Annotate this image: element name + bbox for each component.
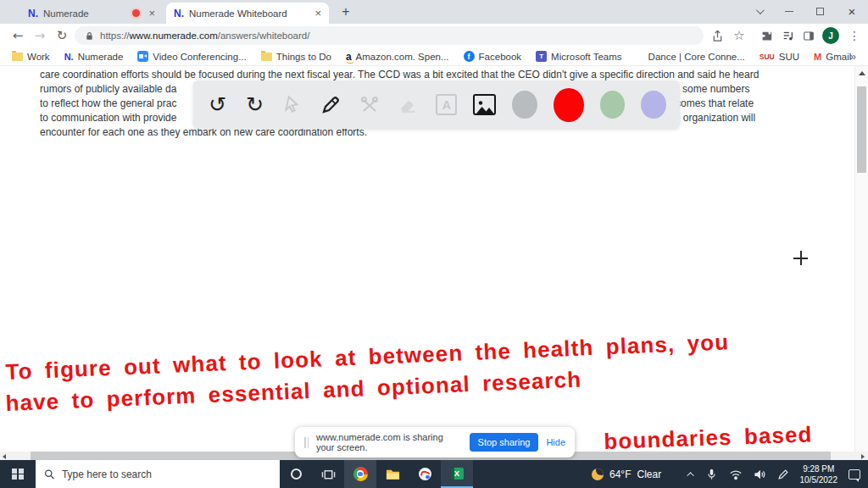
file-explorer-icon [386,469,400,480]
start-button[interactable] [0,460,36,488]
image-tool-button[interactable] [473,93,496,117]
document-line: care coordination efforts should be focu… [40,69,759,80]
action-center-icon[interactable] [849,469,860,480]
windows-ink-pen-icon[interactable] [777,469,789,480]
bookmark-video-conferencing[interactable]: Video Conferencing... [137,51,246,62]
color-swatch-purple[interactable] [641,91,666,119]
new-tab-button[interactable]: + [337,3,354,20]
search-input[interactable] [62,469,271,480]
window-close-button[interactable]: × [837,0,866,22]
handwritten-annotation-partial: boundaries based [604,421,813,455]
extension-playlist-button[interactable] [780,28,797,43]
address-bar[interactable]: https://www.numerade.com/answers/whitebo… [75,26,704,45]
browser-menu-button[interactable]: ⋮ [846,28,863,43]
text-tool-button[interactable]: A [436,93,457,117]
crosshair-cursor [793,251,808,265]
color-swatch-red[interactable] [554,88,584,122]
search-icon [44,469,55,480]
reload-button[interactable]: ↻ [53,26,71,45]
taskbar-cortana-button[interactable] [280,460,312,488]
bookmark-star-button[interactable]: ☆ [731,28,748,43]
bookmark-label: Video Conferencing... [153,52,246,62]
desktop: { "browser": { "glyphs": { "close": "×",… [0,0,868,488]
taskbar-clock[interactable]: 9:28 PM 10/5/2022 [800,463,838,485]
bookmark-facebook[interactable]: fFacebook [464,51,522,62]
facebook-icon: f [464,51,475,62]
url-host: www.numerade.com [130,30,218,41]
bookmark-numerade[interactable]: N.Numerade [64,52,124,62]
redo-button[interactable]: ↻ [244,93,265,117]
wifi-icon[interactable] [729,469,743,480]
folder-icon [12,53,23,61]
color-swatch-green[interactable] [600,91,626,119]
side-panel-button[interactable] [800,28,817,43]
scroll-up-icon[interactable] [859,71,865,75]
bookmark-amazon[interactable]: aAmazon.com. Spen... [346,52,449,62]
bookmark-gmail[interactable]: MGmail [814,52,851,62]
music-list-icon [782,30,794,42]
color-swatch-gray[interactable] [512,91,537,119]
url-text: https://www.numerade.com/answers/whitebo… [100,30,309,41]
taskbar-file-explorer-button[interactable] [376,460,409,488]
taskbar-weather-widget[interactable]: 64°F Clear [592,460,661,488]
scroll-right-icon[interactable] [861,454,865,459]
zoom-camera-icon [137,51,148,62]
pen-tool-button[interactable] [320,93,342,117]
window-minimize-button[interactable] [775,0,804,22]
minimize-icon [785,11,793,12]
taskbar-task-view-button[interactable] [312,460,344,488]
window-chevron-button[interactable] [744,0,773,22]
bookmark-dance-core[interactable]: Dance | Core Conne... [648,52,745,62]
bookmark-label: SUU [779,52,799,62]
window-maximize-button[interactable] [805,0,834,22]
amazon-icon: a [346,52,352,62]
bookmark-label: Things to Do [276,52,331,62]
bookmark-things-to-do[interactable]: Things to Do [261,52,331,62]
tab-numerade[interactable]: N. Numerade × [20,3,163,24]
numerade-favicon-icon: N. [28,8,38,19]
vertical-scrollbar[interactable] [854,66,868,452]
browser-tab-strip: N. Numerade × N. Numerade Whiteboard × +… [0,0,868,24]
cursor-tool-button[interactable] [281,93,303,117]
microphone-icon[interactable] [705,468,718,481]
undo-button[interactable]: ↺ [207,93,228,117]
clock-time: 9:28 PM [800,463,838,474]
shapes-tool-button[interactable] [359,93,381,117]
taskbar-chrome-button[interactable] [344,460,376,488]
tray-chevron-up-icon[interactable] [687,472,693,479]
bookmark-microsoft-teams[interactable]: TMicrosoft Teams [536,51,622,62]
bookmark-suu[interactable]: SUUSUU [760,52,799,62]
taskbar-excel-button[interactable]: X [441,460,473,488]
system-tray: 9:28 PM 10/5/2022 [689,460,868,488]
profile-avatar[interactable]: J [822,27,839,44]
stop-sharing-button[interactable]: Stop sharing [470,433,539,452]
tab-numerade-whiteboard[interactable]: N. Numerade Whiteboard × [166,3,329,24]
speaker-icon[interactable] [754,469,766,480]
screen-share-banner: www.numerade.com is sharing your screen.… [295,427,575,458]
task-view-icon [321,468,336,481]
moon-icon [592,469,604,480]
taskbar-search[interactable] [36,460,280,488]
pen-icon [320,93,342,116]
drag-handle-icon[interactable] [304,437,309,448]
hide-link[interactable]: Hide [546,437,565,447]
back-button[interactable]: ← [8,26,27,45]
tab-title: Numerade [43,8,127,19]
document-line: to reflect how the general prac [40,97,176,109]
bookmark-work[interactable]: Work [12,52,50,62]
taskbar-epic-pen-button[interactable] [409,460,441,488]
scroll-left-icon[interactable] [3,454,6,459]
bookmarks-overflow-button[interactable]: » [850,50,856,63]
tab-close-icon[interactable]: × [314,8,321,19]
recording-indicator-icon [132,9,140,17]
tab-close-icon[interactable]: × [148,8,155,19]
teams-icon: T [536,51,547,62]
chevron-down-icon [755,6,764,14]
vertical-scroll-thumb[interactable] [857,86,866,173]
bookmark-label: Facebook [479,52,522,62]
eraser-tool-button[interactable] [397,93,420,117]
extensions-button[interactable] [758,28,775,43]
clock-date: 10/5/2022 [800,474,838,485]
share-button[interactable] [709,28,726,43]
forward-button[interactable]: → [31,26,49,45]
